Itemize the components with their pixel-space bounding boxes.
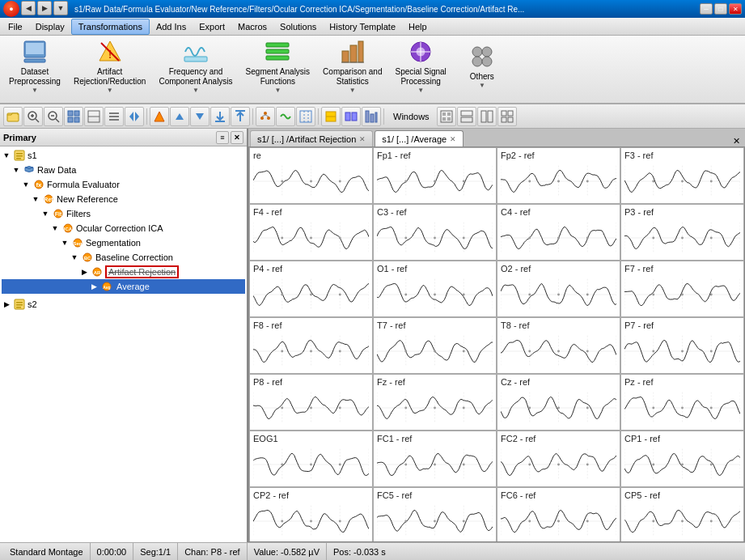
tree-item-newref[interactable]: ▼ Ref New Reference (2, 192, 245, 206)
tree-pin-btn[interactable]: ≡ (216, 131, 229, 144)
eeg-cell-f8-ref[interactable]: F8 - ref (249, 317, 373, 374)
ribbon-dataset-preprocessing[interactable]: DatasetPreprocessing ▼ (3, 39, 66, 94)
eeg-cell-cp2-ref[interactable]: CP2 - ref (249, 487, 373, 542)
toolbar-btn-epoch[interactable] (341, 107, 361, 126)
toolbar-btn-open[interactable] (3, 107, 23, 126)
eeg-cell-t8-ref[interactable]: T8 - ref (497, 317, 620, 374)
minimize-btn[interactable]: ─ (700, 3, 713, 15)
eeg-cell-fc2-ref[interactable]: FC2 - ref (497, 431, 620, 487)
eeg-cell-f7-ref[interactable]: F7 - ref (620, 261, 744, 317)
menu-solutions[interactable]: Solutions (273, 19, 323, 35)
tree-item-artifact[interactable]: ▶ AR Artifact Rejection (2, 265, 245, 279)
toolbar-btn-sig[interactable] (276, 107, 295, 126)
tree-arrow-artifact[interactable]: ▶ (79, 268, 89, 276)
toolbar-btn-6[interactable] (104, 107, 124, 126)
menu-export[interactable]: Export (193, 19, 231, 35)
menu-help[interactable]: Help (402, 19, 434, 35)
toolbar-btn-grid[interactable] (64, 107, 83, 126)
tab-artifact[interactable]: s1/ [...] /Artifact Rejection ✕ (250, 130, 373, 146)
menu-history[interactable]: History Template (323, 19, 402, 35)
maximize-btn[interactable]: □ (714, 3, 727, 15)
tree-arrow-formula[interactable]: ▼ (21, 180, 31, 189)
eeg-cell-p8-ref[interactable]: P8 - ref (249, 374, 373, 431)
toolbar-win-btn-2[interactable] (457, 107, 476, 126)
eeg-cell-eog1[interactable]: EOG1 (249, 431, 373, 487)
eeg-cell-c4-ref[interactable]: C4 - ref (497, 204, 620, 261)
eeg-cell-fz-ref[interactable]: Fz - ref (373, 374, 497, 431)
eeg-cell-cp5-ref[interactable]: CP5 - ref (620, 487, 744, 542)
fwd-btn[interactable]: ▶ (37, 1, 52, 15)
eeg-cell-fc5-ref[interactable]: FC5 - ref (373, 487, 497, 542)
toolbar-btn-seg[interactable] (296, 107, 315, 126)
ribbon-others[interactable]: Others ▼ (454, 39, 510, 94)
toolbar-win-btn-3[interactable] (477, 107, 497, 126)
eeg-cell-o1-ref[interactable]: O1 - ref (373, 261, 497, 317)
tab-artifact-close[interactable]: ✕ (359, 135, 366, 143)
eeg-cell-p3-ref[interactable]: P3 - ref (620, 204, 744, 261)
toolbar-btn-5[interactable] (84, 107, 104, 126)
tab-average[interactable]: s1/ [...] /Average ✕ (375, 130, 464, 146)
eeg-cell-c3-ref[interactable]: C3 - ref (373, 204, 497, 261)
tree-item-filters[interactable]: ▼ Flt Filters (2, 206, 245, 221)
toolbar-btn-mark[interactable] (321, 107, 341, 126)
tree-item-baseline[interactable]: ▼ BC Baseline Correction (2, 250, 245, 265)
eeg-cell-f3-ref[interactable]: F3 - ref (620, 147, 744, 204)
toolbar-win-btn-4[interactable] (497, 107, 517, 126)
back-btn[interactable]: ◀ (21, 1, 36, 15)
ribbon-comparison-statistics[interactable]: Comparison andStatistics ▼ (317, 39, 387, 94)
tree-item-s2[interactable]: ▶ s2 (2, 297, 245, 312)
ribbon-segment-analysis[interactable]: Segment AnalysisFunctions ▼ (240, 39, 316, 94)
toolbar-btn-dl[interactable] (210, 107, 230, 126)
tree-close-btn[interactable]: ✕ (231, 131, 243, 144)
toolbar-btn-7[interactable] (125, 107, 144, 126)
eeg-cell-t7-ref[interactable]: T7 - ref (373, 317, 497, 374)
tree-arrow-s2[interactable]: ▶ (2, 300, 11, 308)
tree-arrow-filters[interactable]: ▼ (40, 210, 50, 218)
tree-arrow-ocularica[interactable]: ▼ (50, 224, 60, 232)
tree-item-rawdata[interactable]: ▼ Raw Data (2, 163, 245, 177)
menu-macros[interactable]: Macros (231, 19, 273, 35)
eeg-cell-f4-ref[interactable]: F4 - ref (249, 204, 373, 261)
tree-item-average[interactable]: ▶ Avg Average (2, 279, 245, 294)
tree-arrow-segmentation[interactable]: ▼ (60, 239, 70, 247)
tree-arrow-newref[interactable]: ▼ (31, 195, 40, 203)
close-btn[interactable]: ✕ (729, 3, 742, 15)
eeg-cell-fc6-ref[interactable]: FC6 - ref (497, 487, 620, 542)
content-close-btn[interactable]: ✕ (730, 136, 743, 146)
tree-item-formula[interactable]: ▼ fx Formula Evaluator (2, 177, 245, 192)
ribbon-frequency-component[interactable]: Frequency andComponent Analysis ▼ (153, 39, 238, 94)
toolbar-win-btn-1[interactable] (437, 107, 456, 126)
tree-item-s1[interactable]: ▼ s1 (2, 148, 245, 163)
eeg-cell-o2-ref[interactable]: O2 - ref (497, 261, 620, 317)
eeg-cell-cz-ref[interactable]: Cz - ref (497, 374, 620, 431)
menu-addins[interactable]: Add Ins (150, 19, 193, 35)
ribbon-artifact-rejection[interactable]: ! ArtifactRejection/Reduction ▼ (68, 39, 152, 94)
eeg-cell-fp1-ref[interactable]: Fp1 - ref (373, 147, 497, 204)
toolbar-btn-zoom-out[interactable] (44, 107, 63, 126)
eeg-cell-fp2-ref[interactable]: Fp2 - ref (497, 147, 620, 204)
toolbar-btn-bar[interactable] (362, 107, 381, 126)
eeg-cell-p4-ref[interactable]: P4 - ref (249, 261, 373, 317)
ribbon-special-signal[interactable]: Special SignalProcessing ▼ (389, 39, 451, 94)
eeg-cell-pz-ref[interactable]: Pz - ref (620, 374, 744, 431)
eeg-cell-re[interactable]: re (249, 147, 373, 204)
menu-display[interactable]: Display (29, 19, 71, 35)
toolbar-btn-down[interactable] (190, 107, 210, 126)
toolbar-btn-up[interactable] (170, 107, 189, 126)
eeg-cell-fc1-ref[interactable]: FC1 - ref (373, 431, 497, 487)
toolbar-btn-zoom-in[interactable] (23, 107, 43, 126)
tree-arrow-average[interactable]: ▶ (89, 282, 99, 291)
menu-btn[interactable]: ▼ (53, 1, 68, 15)
tree-item-segmentation[interactable]: ▼ Seg Segmentation (2, 235, 245, 250)
tab-average-close[interactable]: ✕ (450, 135, 456, 143)
toolbar-btn-up2[interactable] (231, 107, 250, 126)
menu-transformations[interactable]: Transformations (71, 19, 150, 35)
eeg-cell-p7-ref[interactable]: P7 - ref (620, 317, 744, 374)
tree-arrow-rawdata[interactable]: ▼ (11, 166, 21, 174)
menu-file[interactable]: File (2, 19, 29, 35)
tree-arrow-s1[interactable]: ▼ (2, 151, 11, 159)
eeg-cell-cp1-ref[interactable]: CP1 - ref (620, 431, 744, 487)
tree-arrow-baseline[interactable]: ▼ (70, 253, 79, 261)
toolbar-btn-montage[interactable] (256, 107, 275, 126)
toolbar-btn-8[interactable] (150, 107, 169, 126)
